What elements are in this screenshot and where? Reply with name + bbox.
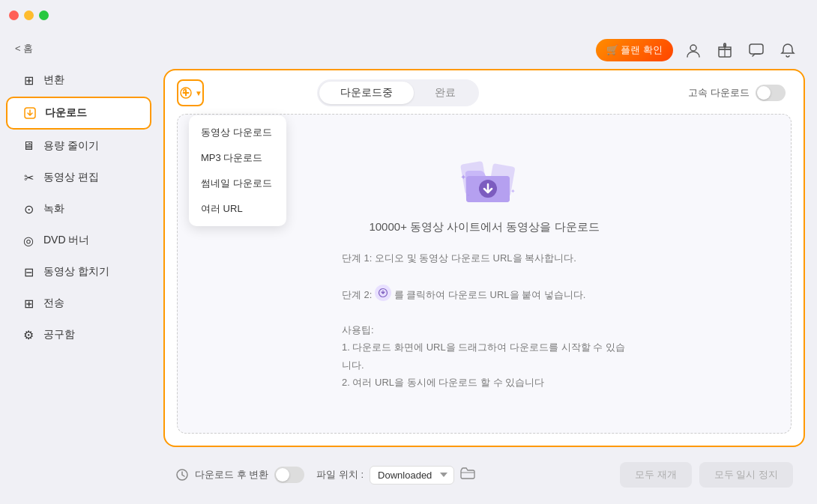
add-download-button[interactable]: ▼ [177,79,204,106]
bell-button[interactable] [777,39,799,61]
dvd-icon: ◎ [21,233,36,248]
close-button[interactable] [9,10,19,20]
tab-downloading[interactable]: 다운로드중 [319,82,414,104]
folder-open-button[interactable] [460,467,475,484]
edit-icon: ✂ [21,170,36,185]
toolbox-icon: ⚙ [21,327,36,342]
compress-icon: 🖥 [21,139,36,154]
svg-text:✦: ✦ [460,173,466,181]
chat-button[interactable] [745,39,768,61]
sidebar-label-download: 다운로드 [45,106,87,120]
convert-after-label: 다운로드 후 변환 [195,468,268,482]
high-speed-toggle[interactable] [756,85,786,101]
svg-rect-3 [750,44,763,54]
add-btn-container: ▼ 동영상 다운로드 MP3 다운로드 썸네일 다운로드 여러 URL [177,79,204,106]
top-bar: 🛒 플랜 확인 [163,39,805,61]
convert-after-section: 다운로드 후 변환 [175,467,304,483]
sidebar-label-merge: 동영상 합치기 [43,265,109,279]
dropdown-item-multiurl[interactable]: 여러 URL [189,196,286,222]
file-location-label: 파일 위치 : [316,468,364,482]
sidebar-label-convert: 변환 [43,73,64,87]
convert-icon: ⊞ [21,73,36,88]
gift-button[interactable] [714,39,736,61]
sidebar-label-record: 녹화 [43,202,64,216]
titlebar [0,0,817,30]
sidebar-item-dvd[interactable]: ◎ DVD 버너 [6,225,151,255]
resume-all-button[interactable]: 모두 재개 [620,462,692,488]
svg-text:✦: ✦ [510,188,516,195]
minimize-button[interactable] [24,10,34,20]
pause-all-button[interactable]: 모두 일시 정지 [699,462,793,488]
download-icon [22,106,37,121]
transfer-icon: ⊞ [21,296,36,311]
file-location-section: 파일 위치 : Downloaded [316,466,475,485]
step2-icon [375,285,391,301]
empty-title: 10000+ 동영상 사이트에서 동영상을 다운로드 [369,220,599,234]
plan-btn-label: 🛒 플랜 확인 [606,43,663,57]
tab-group: 다운로드중 완료 [317,79,479,106]
tab-done[interactable]: 완료 [414,82,477,104]
bottom-actions: 모두 재개 모두 일시 정지 [620,462,793,488]
sidebar-item-merge[interactable]: ⊟ 동영상 합치기 [6,257,151,287]
top-bar-right: 🛒 플랜 확인 [596,39,799,61]
dropdown-menu: 동영상 다운로드 MP3 다운로드 썸네일 다운로드 여러 URL [189,115,286,226]
sidebar-item-transfer[interactable]: ⊞ 전송 [6,288,151,318]
tip-title: 사용팁: [342,321,627,338]
dropdown-arrow: ▼ [195,89,202,97]
location-select[interactable]: Downloaded [370,466,454,485]
sidebar-item-download[interactable]: 다운로드 [6,97,151,130]
sidebar-item-toolbox[interactable]: ⚙ 공구함 [6,320,151,350]
tip2: 2. 여러 URL을 동시에 다운로드 할 수 있습니다 [342,374,627,391]
sidebar-item-record[interactable]: ⊙ 녹화 [6,194,151,224]
back-home[interactable]: < 홈 [0,36,157,61]
sidebar-label-edit: 동영상 편집 [43,171,99,184]
traffic-lights [9,10,49,20]
bottom-bar: 다운로드 후 변환 파일 위치 : Downloaded 모두 재개 [163,455,805,495]
dropdown-item-mp3[interactable]: MP3 다운로드 [189,145,286,171]
sidebar-item-edit[interactable]: ✂ 동영상 편집 [6,163,151,192]
main-panel: ▼ 동영상 다운로드 MP3 다운로드 썸네일 다운로드 여러 URL 다운로드… [163,69,805,447]
tip1: 1. 다운로드 화면에 URL을 드래그하여 다운로드를 시작할 수 있습니다. [342,338,627,374]
svg-text:·: · [468,192,469,198]
svg-point-1 [690,45,696,51]
high-speed-row: 고속 다운로드 [688,85,792,101]
sidebar: < 홈 ⊞ 변환 다운로드 🖥 용량 줄이기 ✂ 동영상 편집 ⊙ 녹화 [0,30,157,504]
dropdown-item-video[interactable]: 동영상 다운로드 [189,120,286,145]
account-button[interactable] [682,39,705,61]
dropdown-item-thumbnail[interactable]: 썸네일 다운로드 [189,171,286,196]
tabs-row: ▼ 동영상 다운로드 MP3 다운로드 썸네일 다운로드 여러 URL 다운로드… [165,70,804,106]
clock-icon [175,468,189,482]
sidebar-label-compress: 용량 줄이기 [43,139,99,153]
plan-button[interactable]: 🛒 플랜 확인 [596,39,673,61]
step2-text: 단계 2: 를 클릭하여 다운로드 URL을 붙여 넣습니다. [342,285,627,303]
sidebar-label-transfer: 전송 [43,297,64,310]
back-label: < 홈 [15,42,33,55]
sidebar-item-compress[interactable]: 🖥 용량 줄이기 [6,131,151,161]
record-icon: ⊙ [21,201,36,216]
folder-illustration: ✦ ✦ · [454,156,514,208]
maximize-button[interactable] [39,10,49,20]
merge-icon: ⊟ [21,264,36,279]
step1-text: 단계 1: 오디오 및 동영상 다운로드 URL을 복사합니다. [342,249,627,267]
high-speed-label: 고속 다운로드 [688,86,750,100]
sidebar-item-convert[interactable]: ⊞ 변환 [6,65,151,95]
instructions: 단계 1: 오디오 및 동영상 다운로드 URL을 복사합니다. 단계 2: 를… [342,249,627,391]
main-content: 🛒 플랜 확인 [157,30,817,504]
convert-after-toggle[interactable] [274,467,304,483]
sidebar-label-dvd: DVD 버너 [43,234,89,247]
sidebar-label-toolbox: 공구함 [43,328,75,341]
